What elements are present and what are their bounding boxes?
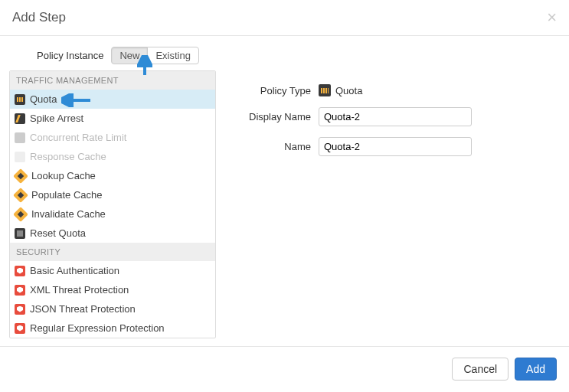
policy-item-lookup-cache[interactable]: Lookup Cache [10,166,215,185]
reset-quota-icon [15,228,25,239]
policy-details-panel: Policy Type Quota Display Name Name [227,70,560,181]
policy-item-concurrent-rate-limit: Concurrent Rate Limit [10,128,215,147]
policy-item-label: Concurrent Rate Limit [30,131,126,144]
shield-icon [15,323,25,334]
quota-icon [15,94,25,105]
policy-instance-toggle: New Existing [111,47,199,64]
policy-item-reset-quota[interactable]: Reset Quota [10,224,215,243]
rate-limit-icon [15,132,25,143]
policy-item-response-cache: Response Cache [10,147,215,166]
modal-footer: Cancel Add [0,346,569,391]
name-label: Name [234,141,311,152]
new-button[interactable]: New [111,47,148,64]
existing-button[interactable]: Existing [147,47,199,64]
policy-item-quota[interactable]: Quota [10,90,215,109]
policy-item-label: Lookup Cache [31,169,96,182]
policy-item-invalidate-cache[interactable]: Invalidate Cache [10,204,215,224]
policy-item-label: Spike Arrest [30,112,83,125]
category-header-security: SECURITY [10,243,215,261]
cancel-button[interactable]: Cancel [452,358,509,381]
modal-body: Policy Instance New Existing TRAFFIC MAN… [0,36,569,346]
display-name-input[interactable] [319,107,472,126]
display-name-row: Display Name [234,107,552,126]
policy-item-label: Response Cache [30,150,106,163]
shield-icon [15,285,25,296]
policy-item-basic-auth[interactable]: Basic Authentication [10,261,215,280]
shield-icon [15,304,25,315]
policy-type-text: Quota [335,85,362,96]
lookup-cache-icon [13,168,28,184]
policy-item-json-threat[interactable]: JSON Threat Protection [10,299,215,318]
policy-item-label: JSON Threat Protection [30,302,136,315]
category-header-traffic: TRAFFIC MANAGEMENT [10,71,215,90]
policy-item-label: Populate Cache [31,188,103,201]
display-name-label: Display Name [234,111,311,122]
quota-icon [319,84,331,96]
response-cache-icon [15,152,25,162]
policy-item-label: Invalidate Cache [31,207,106,220]
policy-instance-label: Policy Instance [37,50,103,61]
policy-instance-row: Policy Instance New Existing [9,36,560,70]
policy-item-label: Regular Expression Protection [30,322,165,335]
policy-type-row: Policy Type Quota [234,84,552,96]
invalidate-cache-icon [13,207,28,222]
content-row: TRAFFIC MANAGEMENT Quota Spike Arrest Co… [9,70,560,346]
policy-item-label: Basic Authentication [30,264,119,277]
policy-item-label: Reset Quota [30,227,86,240]
modal-header: Add Step × [0,0,569,36]
name-row: Name [234,137,552,156]
policy-item-label: XML Threat Protection [30,283,129,296]
policy-type-value: Quota [319,84,362,96]
policy-item-xml-threat[interactable]: XML Threat Protection [10,280,215,299]
add-button[interactable]: Add [515,358,557,381]
spike-arrest-icon [15,113,25,124]
close-icon[interactable]: × [547,9,557,26]
add-step-modal: Add Step × Policy Instance New Existing … [0,0,569,391]
policy-item-label: Quota [30,93,57,106]
modal-title: Add Step [12,10,66,25]
policy-item-regex-protection[interactable]: Regular Expression Protection [10,318,215,338]
name-input[interactable] [319,137,472,156]
policy-item-spike-arrest[interactable]: Spike Arrest [10,109,215,128]
policy-type-label: Policy Type [234,85,311,96]
policy-list: TRAFFIC MANAGEMENT Quota Spike Arrest Co… [9,70,216,338]
populate-cache-icon [13,188,28,203]
policy-item-populate-cache[interactable]: Populate Cache [10,185,215,204]
shield-icon [15,266,25,276]
